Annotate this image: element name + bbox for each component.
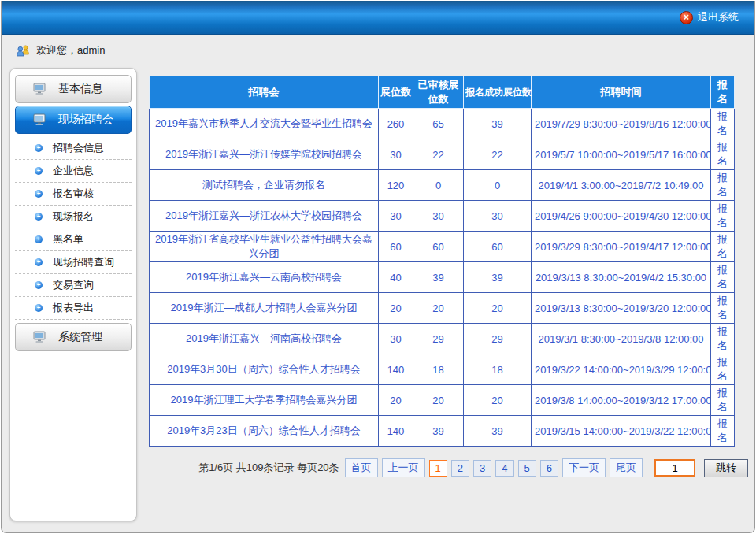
- bullet-plus-icon: +: [35, 258, 43, 266]
- approved-count-cell: 65: [413, 109, 464, 139]
- sidebar-sub-item[interactable]: + 现场招聘查询: [15, 251, 132, 274]
- col-header-booths: 展位数: [379, 76, 413, 109]
- apply-link[interactable]: 报名: [717, 295, 728, 321]
- sidebar-item-onsite-fair[interactable]: 现场招聘会: [15, 106, 132, 134]
- recruit-time-cell: 2019/3/29 8:30:00~2019/4/17 12:00:00: [532, 232, 711, 262]
- fair-name-cell: 2019年浙江理工大学春季招聘会嘉兴分团: [150, 385, 379, 416]
- recruit-time-cell: 2019/7/29 8:30:00~2019/8/16 12:00:00: [532, 109, 711, 139]
- logout-button[interactable]: × 退出系统: [680, 10, 739, 24]
- apply-cell: 报名: [711, 354, 735, 385]
- success-count-cell: 20: [464, 293, 532, 324]
- fair-name-cell: 2019年浙江嘉兴—云南高校招聘会: [150, 262, 379, 293]
- apply-link[interactable]: 报名: [717, 110, 728, 136]
- apply-link[interactable]: 报名: [717, 202, 728, 228]
- table-row: 2019年浙江—成都人才招聘大会嘉兴分团 20 20 20 2019/3/13 …: [150, 293, 735, 324]
- users-icon: [16, 45, 31, 57]
- table-row: 2019年浙江嘉兴—浙江传媒学院校园招聘会 30 22 22 2019/5/7 …: [150, 139, 735, 170]
- sidebar-item-label: 基本信息: [58, 82, 102, 96]
- fair-name-cell: 2019年嘉兴市秋季人才交流大会暨毕业生招聘会: [150, 109, 379, 139]
- fair-table: 招聘会 展位数 已审核展位数 报名成功展位数 招聘时间 报名 2019年嘉兴市秋…: [149, 76, 735, 447]
- sidebar-sub-item-label: 招聘会信息: [53, 141, 104, 155]
- recruit-time-cell: 2019/3/8 14:00:00~2019/3/12 17:00:00: [532, 385, 711, 416]
- sidebar: 基本信息 现场招聘会 + 招聘会信息 + 企业信息 + 报名审核 + 现场报名 …: [9, 68, 137, 521]
- table-row: 2019年浙江理工大学春季招聘会嘉兴分团 20 20 20 2019/3/8 1…: [150, 385, 735, 416]
- sidebar-sub-item[interactable]: + 招聘会信息: [15, 137, 132, 160]
- success-count-cell: 39: [464, 262, 532, 293]
- fair-name-cell: 测试招聘会，企业请勿报名: [150, 170, 379, 201]
- sidebar-sub-item[interactable]: + 黑名单: [15, 228, 132, 251]
- approved-count-cell: 39: [413, 416, 464, 447]
- recruit-time-cell: 2019/3/13 8:30:00~2019/3/20 12:00:00: [532, 293, 711, 324]
- app-window: × 退出系统 欢迎您，admin 基本信息: [1, 1, 755, 533]
- apply-link[interactable]: 报名: [717, 141, 728, 167]
- fair-name-cell: 2019年3月23日（周六）综合性人才招聘会: [150, 416, 379, 447]
- sidebar-sub-item-label: 黑名单: [53, 232, 83, 247]
- fair-name-cell: 2019年浙江—成都人才招聘大会嘉兴分团: [150, 293, 379, 324]
- table-row: 2019年浙江嘉兴—河南高校招聘会 30 29 29 2019/3/1 8:30…: [150, 324, 735, 354]
- sidebar-sub-item[interactable]: + 交易查询: [15, 274, 132, 297]
- recruit-time-cell: 2019/4/26 9:00:00~2019/4/30 12:00:00: [532, 201, 711, 232]
- jump-button[interactable]: 跳转: [704, 459, 748, 477]
- success-count-cell: 18: [464, 354, 532, 385]
- success-count-cell: 39: [464, 109, 532, 139]
- last-page-button[interactable]: 尾页: [610, 458, 643, 477]
- page-number-button[interactable]: 3: [473, 460, 491, 477]
- booth-count-cell: 60: [379, 232, 413, 262]
- sidebar-sub-item[interactable]: + 现场报名: [15, 206, 132, 228]
- apply-link[interactable]: 报名: [717, 387, 728, 413]
- col-header-fair: 招聘会: [150, 76, 379, 109]
- table-row: 测试招聘会，企业请勿报名 120 0 0 2019/4/1 3:00:00~20…: [150, 170, 735, 201]
- booth-count-cell: 30: [379, 201, 413, 232]
- sidebar-sub-item[interactable]: + 企业信息: [15, 160, 132, 183]
- page-number-button[interactable]: 2: [451, 460, 469, 477]
- fair-name-cell: 2019年浙江嘉兴—河南高校招聘会: [150, 324, 379, 354]
- apply-link[interactable]: 报名: [717, 172, 728, 198]
- success-count-cell: 20: [464, 385, 532, 416]
- approved-count-cell: 18: [413, 354, 464, 385]
- page-number-button[interactable]: 5: [518, 460, 536, 477]
- sidebar-sub-item[interactable]: + 报名审核: [15, 183, 132, 206]
- apply-cell: 报名: [711, 262, 735, 293]
- success-count-cell: 30: [464, 201, 532, 232]
- col-header-apply: 报名: [711, 76, 735, 109]
- next-page-button[interactable]: 下一页: [562, 458, 606, 477]
- success-count-cell: 0: [464, 170, 532, 201]
- sidebar-sub-item-label: 现场招聘查询: [53, 255, 114, 269]
- approved-count-cell: 20: [413, 385, 464, 416]
- sidebar-item-basic-info[interactable]: 基本信息: [15, 75, 132, 103]
- bullet-plus-icon: +: [35, 235, 43, 243]
- page-number-button[interactable]: 1: [429, 460, 447, 477]
- apply-link[interactable]: 报名: [717, 417, 728, 443]
- bullet-plus-icon: +: [35, 213, 43, 221]
- apply-link[interactable]: 报名: [717, 356, 728, 382]
- booth-count-cell: 30: [379, 324, 413, 354]
- bullet-plus-icon: +: [35, 304, 43, 312]
- sidebar-sub-item[interactable]: + 报表导出: [15, 297, 132, 320]
- page-number-button[interactable]: 4: [495, 460, 513, 477]
- sidebar-item-system-mgmt[interactable]: 系统管理: [15, 323, 132, 351]
- apply-cell: 报名: [711, 416, 735, 447]
- pagination-bar: 第1/6页 共109条记录 每页20条 首页 上一页 123456 下一页 尾页…: [149, 458, 748, 477]
- top-bar: × 退出系统: [2, 1, 754, 35]
- success-count-cell: 22: [464, 139, 532, 170]
- page-numbers: 123456: [429, 460, 558, 477]
- jump-page-input[interactable]: [654, 459, 695, 477]
- sidebar-sub-item-label: 现场报名: [53, 210, 94, 224]
- apply-cell: 报名: [711, 170, 735, 201]
- first-page-button[interactable]: 首页: [345, 458, 378, 477]
- col-header-success: 报名成功展位数: [464, 76, 532, 109]
- fair-name-cell: 2019年浙江嘉兴—浙江传媒学院校园招聘会: [150, 139, 379, 170]
- apply-link[interactable]: 报名: [717, 264, 728, 290]
- bullet-plus-icon: +: [35, 167, 43, 175]
- main-content: 招聘会 展位数 已审核展位数 报名成功展位数 招聘时间 报名 2019年嘉兴市秋…: [149, 76, 748, 477]
- recruit-time-cell: 2019/3/22 14:00:00~2019/3/29 12:00:00: [532, 354, 711, 385]
- col-header-time: 招聘时间: [532, 76, 711, 109]
- sidebar-sub-item-label: 企业信息: [53, 164, 94, 178]
- bullet-plus-icon: +: [35, 144, 43, 152]
- sidebar-item-label: 系统管理: [58, 330, 102, 344]
- prev-page-button[interactable]: 上一页: [382, 458, 425, 477]
- apply-link[interactable]: 报名: [717, 233, 728, 259]
- apply-link[interactable]: 报名: [717, 325, 728, 351]
- monitor-icon: [33, 83, 47, 95]
- page-number-button[interactable]: 6: [540, 460, 558, 477]
